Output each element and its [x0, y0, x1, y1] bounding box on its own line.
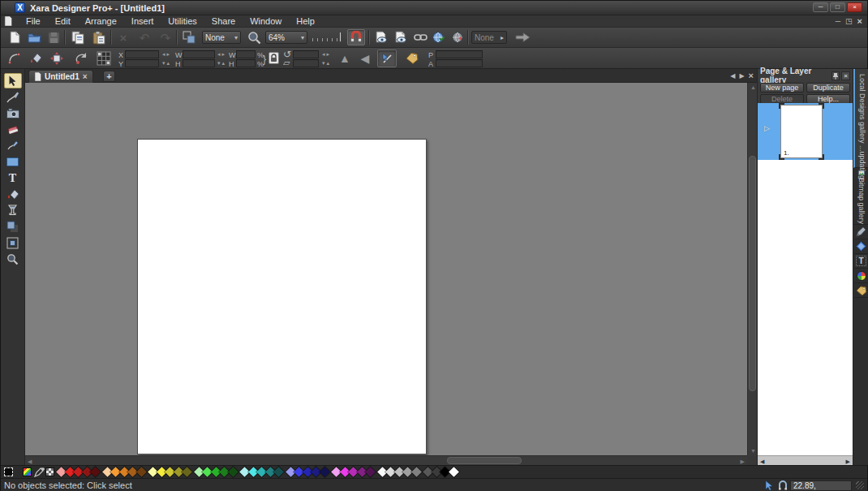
erase-tool[interactable] [4, 122, 22, 137]
tab-bar-close-button[interactable]: × [749, 71, 754, 80]
redo-button[interactable]: ↷ [157, 29, 174, 45]
color-swatch[interactable] [411, 467, 422, 477]
w-spin-buttons[interactable]: ◂▸ [217, 51, 226, 58]
transparency-tool[interactable] [4, 203, 22, 218]
width-scale-field[interactable] [236, 50, 256, 58]
scroll-left-icon[interactable]: ◀ [28, 459, 32, 465]
gallery-horizontal-scrollbar[interactable]: ◀ ▶ [758, 455, 853, 465]
y-spin-buttons[interactable]: ▾▴ [162, 60, 171, 67]
skew-field[interactable] [293, 59, 319, 67]
height-field[interactable] [183, 59, 215, 67]
gallery-header[interactable]: Page & Layer gallery × [758, 69, 853, 82]
resize-grip[interactable] [856, 481, 864, 489]
canvas-horizontal-scrollbar[interactable]: ◀ ▶ [25, 455, 747, 465]
close-button[interactable]: × [847, 2, 862, 12]
open-button[interactable] [25, 29, 43, 45]
menu-item-share[interactable]: Share [204, 16, 243, 26]
color-swatch[interactable] [182, 467, 192, 477]
vertical-scroll-thumb[interactable] [749, 156, 756, 391]
smart-transform-button[interactable] [377, 50, 397, 67]
freehand-draw-tool[interactable] [4, 89, 22, 105]
paste-button[interactable] [90, 29, 108, 45]
website-preview-button[interactable] [449, 29, 466, 45]
edit-handles-button[interactable] [6, 50, 24, 67]
menu-item-edit[interactable]: Edit [48, 16, 78, 26]
zoom-tool-icon[interactable] [245, 29, 263, 45]
hyperlink-button[interactable] [411, 29, 429, 45]
pin-icon[interactable] [831, 71, 840, 80]
page-entry-selected[interactable]: ▷ 1. [758, 103, 853, 160]
rotate-angle-field[interactable] [293, 50, 319, 58]
scroll-right-icon[interactable]: ▶ [741, 459, 745, 465]
scroll-left-icon[interactable]: ◀ [760, 459, 764, 465]
page-thumbnail[interactable]: 1. [780, 105, 823, 158]
document-page[interactable] [137, 139, 427, 454]
color-swatch[interactable] [365, 467, 376, 477]
fonts-gallery-icon[interactable]: T [854, 254, 868, 269]
menu-item-help[interactable]: Help [289, 16, 322, 26]
x-position-field[interactable] [125, 50, 159, 58]
menu-item-utilities[interactable]: Utilities [161, 16, 204, 26]
name-gallery-icon[interactable] [854, 283, 868, 298]
title-bar[interactable]: X Xara Designer Pro+ - [Untitled1] ─ □ × [1, 1, 867, 15]
fill-tool[interactable] [4, 187, 22, 202]
fill-gallery-icon[interactable] [854, 239, 868, 254]
tab-untitled1[interactable]: Untitled1 × [28, 70, 93, 83]
color-swatch[interactable] [228, 467, 238, 477]
export-button[interactable] [513, 29, 531, 45]
photo-tool[interactable] [4, 106, 22, 121]
duplicate-view-button[interactable] [180, 29, 198, 45]
width-field[interactable] [183, 50, 215, 58]
canvas-vertical-scrollbar[interactable]: ▲ ▼ [747, 83, 757, 455]
color-swatch[interactable] [90, 467, 101, 477]
save-button[interactable] [45, 29, 62, 45]
new-page-button[interactable]: New page [760, 83, 804, 93]
text-tool[interactable]: T [4, 170, 22, 186]
skew-spin-buttons[interactable]: ▾▴ [322, 60, 331, 67]
color-editor-icon[interactable] [23, 467, 32, 476]
gallery-close-button[interactable]: × [841, 71, 850, 80]
line-width-select[interactable]: None▾ [202, 31, 241, 44]
color-swatch[interactable] [273, 467, 284, 477]
shape-edit-tool[interactable] [4, 138, 22, 153]
bounds-handles-button[interactable] [48, 50, 66, 67]
duplicate-button[interactable]: Duplicate [806, 83, 850, 93]
transparency-swatch[interactable] [45, 467, 54, 476]
undo-button[interactable]: ↶ [135, 29, 153, 45]
tab-scroll-right-button[interactable]: ▶ [739, 72, 744, 80]
shadow-tool[interactable] [4, 219, 22, 235]
color-gallery-icon[interactable] [854, 269, 868, 283]
scroll-up-icon[interactable]: ▲ [750, 84, 756, 90]
delete-button[interactable]: × [114, 29, 132, 45]
scroll-right-icon[interactable]: ▶ [846, 459, 850, 465]
doc-restore-button[interactable]: ◳ [845, 16, 853, 27]
copy-button[interactable] [69, 29, 87, 45]
anchor-position-grid[interactable] [97, 51, 111, 66]
y-position-field[interactable] [125, 59, 159, 67]
export-preset-select[interactable]: None▸ [471, 31, 507, 44]
preview-window-button[interactable] [392, 29, 410, 45]
new-document-button[interactable] [6, 29, 24, 45]
selector-tool[interactable] [4, 73, 22, 88]
new-tab-button[interactable]: + [103, 71, 115, 82]
live-drag-icon[interactable] [765, 480, 776, 491]
menu-item-file[interactable]: File [19, 16, 48, 26]
no-color-swatch[interactable] [4, 467, 13, 476]
lock-aspect-button[interactable] [269, 52, 279, 64]
zoom-level-select[interactable]: 64%▾ [265, 31, 307, 44]
x-spin-buttons[interactable]: ◂▸ [162, 51, 171, 58]
flip-horizontal-button[interactable]: ◀ [356, 50, 374, 67]
snap-to-objects-button[interactable] [347, 29, 365, 45]
p-field[interactable] [436, 50, 483, 58]
menu-item-window[interactable]: Window [243, 16, 289, 26]
name-tag-button[interactable] [402, 50, 420, 67]
color-swatch[interactable] [449, 467, 459, 477]
eyedropper-icon[interactable] [34, 467, 45, 477]
maximize-button[interactable]: □ [830, 2, 845, 12]
rotation-mode-button[interactable] [72, 50, 90, 67]
height-scale-field[interactable] [236, 59, 256, 67]
rectangle-tool[interactable] [4, 154, 22, 170]
angle-spin-buttons[interactable]: ◂▸ [322, 51, 331, 58]
a-field[interactable] [436, 59, 483, 67]
horizontal-scroll-thumb[interactable] [447, 457, 522, 464]
